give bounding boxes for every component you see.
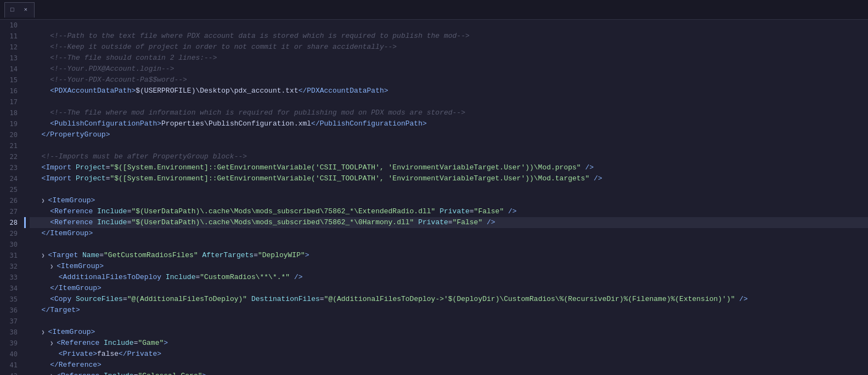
line-number: 14 (0, 64, 24, 75)
line-number: 15 (0, 75, 24, 86)
line-number: 22 (0, 151, 24, 162)
line-number: 36 (0, 305, 24, 316)
code-line: ❯<Reference Include="Colossal.Core"> (30, 371, 868, 375)
gutter-marker (24, 305, 30, 316)
gutter-marker (24, 272, 30, 283)
code-line: <!--The file where mod information which… (30, 107, 868, 118)
code-line: <Private>false</Private> (30, 349, 868, 360)
code-line (30, 96, 868, 107)
gutter-marker (24, 338, 30, 349)
line-number: 10 (0, 20, 24, 31)
code-line: <!--Path to the text file where PDX acco… (30, 31, 868, 42)
gutter-marker (24, 349, 30, 360)
line-number: 27 (0, 206, 24, 217)
line-number: 12 (0, 42, 24, 53)
line-number: 17 (0, 96, 24, 107)
line-number: 16 (0, 86, 24, 96)
tab-close-button[interactable]: × (23, 7, 29, 13)
code-line: <!--Your.PDX@Account.login--> (30, 64, 868, 75)
line-number: 35 (0, 294, 24, 305)
line-number: 39 (0, 338, 24, 349)
code-line (30, 239, 868, 250)
title-bar: □ × (0, 0, 868, 20)
line-number: 13 (0, 53, 24, 64)
gutter-marker (24, 371, 30, 375)
gutter-marker (24, 250, 30, 261)
code-line: <!--Your-PDX-Account-Pa$$word--> (30, 75, 868, 86)
gutter-marker (24, 53, 30, 64)
gutter (24, 20, 30, 375)
code-line (30, 316, 868, 327)
code-line: <Import Project="$([System.Environment]:… (30, 162, 868, 173)
gutter-marker (24, 140, 30, 151)
gutter-marker (24, 107, 30, 118)
line-number: 19 (0, 118, 24, 129)
code-line: <Reference Include="$(UserDataPath)\.cac… (30, 206, 868, 217)
code-line: <Copy SourceFiles="@(AdditionalFilesToDe… (30, 294, 868, 305)
line-number: 25 (0, 184, 24, 195)
gutter-marker (24, 360, 30, 371)
gutter-marker (24, 75, 30, 86)
gutter-marker (24, 151, 30, 162)
line-number: 29 (0, 228, 24, 239)
code-line: </Target> (30, 305, 868, 316)
code-area[interactable]: <!--Path to the text file where PDX acco… (30, 20, 868, 375)
line-number: 24 (0, 173, 24, 184)
gutter-marker (24, 64, 30, 75)
code-line: <Import Project="$([System.Environment]:… (30, 173, 868, 184)
line-number: 37 (0, 316, 24, 327)
gutter-marker (24, 86, 30, 96)
gutter-marker (24, 239, 30, 250)
line-number: 41 (0, 360, 24, 371)
line-number: 31 (0, 250, 24, 261)
code-line (30, 140, 868, 151)
gutter-marker (24, 316, 30, 327)
gutter-marker (24, 261, 30, 272)
gutter-marker (24, 206, 30, 217)
gutter-marker (24, 42, 30, 53)
gutter-marker (24, 184, 30, 195)
tab-pin-icon: □ (10, 7, 14, 13)
line-number: 32 (0, 261, 24, 272)
code-line: <PDXAccountDataPath>$(USERPROFILE)\Deskt… (30, 86, 868, 96)
line-number: 40 (0, 349, 24, 360)
gutter-marker (24, 195, 30, 206)
gutter-marker (24, 228, 30, 239)
code-line: <AdditionalFilesToDeploy Include="Custom… (30, 272, 868, 283)
line-number: 38 (0, 327, 24, 338)
gutter-marker (24, 173, 30, 184)
code-line: ❯<Reference Include="Game"> (30, 338, 868, 349)
line-number: 33 (0, 272, 24, 283)
gutter-marker (24, 283, 30, 294)
code-line: </PropertyGroup> (30, 129, 868, 140)
gutter-marker (24, 294, 30, 305)
editor-tab[interactable]: □ × (4, 2, 35, 18)
code-line: <!--Imports must be after PropertyGroup … (30, 151, 868, 162)
gutter-marker (24, 162, 30, 173)
line-numbers: 1011121314151617181920212223242526272829… (0, 20, 24, 375)
code-line (30, 184, 868, 195)
code-line: ❯<ItemGroup> (30, 195, 868, 206)
code-line: </ItemGroup> (30, 228, 868, 239)
code-line: <!--Keep it outside of project in order … (30, 42, 868, 53)
gutter-marker (24, 118, 30, 129)
line-number: 23 (0, 162, 24, 173)
line-number: 34 (0, 283, 24, 294)
line-number: 11 (0, 31, 24, 42)
line-number: 21 (0, 140, 24, 151)
code-line: <Reference Include="$(UserDataPath)\.cac… (30, 217, 868, 228)
line-number: 28 (0, 217, 24, 228)
line-number: 20 (0, 129, 24, 140)
line-number: 42 (0, 371, 24, 375)
code-line: ❯<ItemGroup> (30, 327, 868, 338)
code-line: </Reference> (30, 360, 868, 371)
gutter-marker (24, 129, 30, 140)
line-number: 30 (0, 239, 24, 250)
line-number: 26 (0, 195, 24, 206)
gutter-marker (24, 20, 30, 31)
code-line: </ItemGroup> (30, 283, 868, 294)
gutter-marker (24, 217, 30, 228)
code-line: <!--The file should contain 2 lines:--> (30, 53, 868, 64)
gutter-marker (24, 31, 30, 42)
gutter-marker (24, 96, 30, 107)
